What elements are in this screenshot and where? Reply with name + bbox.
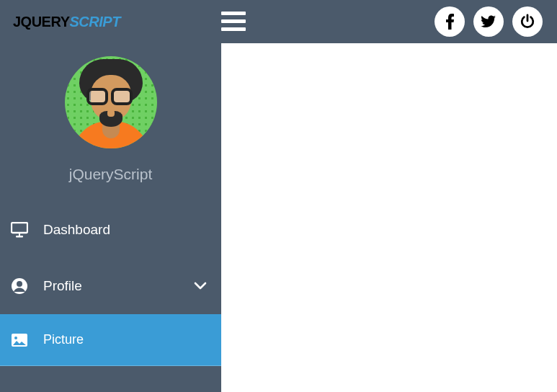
facebook-button[interactable] [435, 6, 465, 37]
facebook-icon [442, 14, 457, 30]
power-button[interactable] [512, 6, 543, 37]
twitter-icon [481, 14, 496, 30]
account-circle-icon [10, 277, 29, 295]
sidebar-item-dashboard[interactable]: Dashboard [0, 202, 221, 258]
svg-point-7 [17, 281, 22, 287]
chevron-down-icon [194, 278, 207, 294]
svg-rect-5 [19, 233, 20, 236]
sidebar-profile-header: jQueryScript [0, 43, 221, 202]
sidebar-item-label: Dashboard [43, 222, 110, 238]
image-icon [10, 334, 29, 347]
sidebar: jQueryScript Dashboard Profile Picture [0, 43, 221, 392]
svg-rect-3 [12, 223, 27, 233]
sidebar-item-label: Profile [43, 278, 82, 294]
svg-rect-1 [221, 19, 246, 23]
username-label: jQueryScript [0, 166, 221, 183]
topbar: JQUERYSCRIPT [0, 0, 557, 43]
logo-second: SCRIPT [70, 14, 120, 30]
svg-point-9 [14, 337, 17, 339]
hamburger-icon [221, 12, 246, 32]
avatar [65, 56, 157, 148]
menu-toggle-button[interactable] [221, 12, 246, 32]
power-icon [520, 14, 535, 30]
sidebar-subitem-label: Picture [43, 332, 84, 347]
twitter-button[interactable] [473, 6, 504, 37]
monitor-icon [10, 222, 29, 238]
main-content [221, 43, 557, 392]
logo: JQUERYSCRIPT [13, 14, 120, 30]
sidebar-item-profile[interactable]: Profile [0, 258, 221, 314]
sidebar-subitem-picture[interactable]: Picture [0, 314, 221, 366]
top-actions [435, 6, 543, 37]
logo-first: JQUERY [13, 14, 70, 30]
svg-rect-2 [221, 27, 246, 31]
svg-rect-4 [16, 236, 23, 238]
svg-rect-0 [221, 12, 246, 15]
